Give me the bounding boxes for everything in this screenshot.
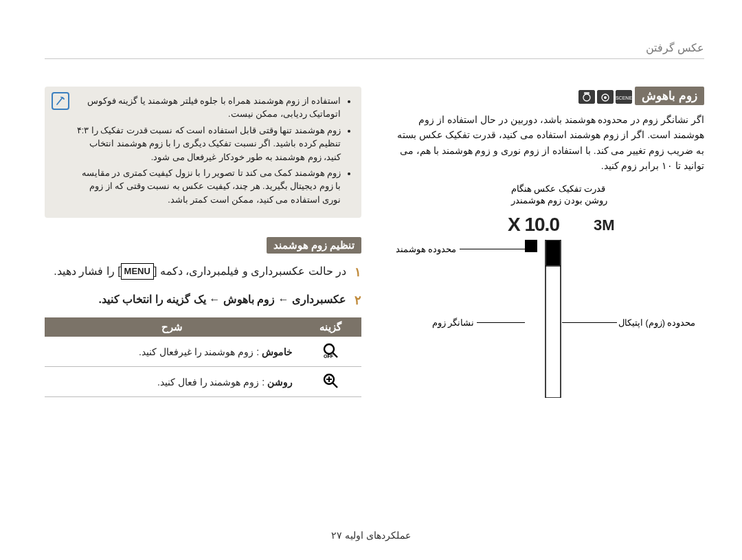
page-footer: عملکردهای اولیه ۲۷ [0, 530, 742, 541]
option-description: خاموش : زوم هوشمند را غیرفعال کنید. [45, 337, 300, 367]
table-row: روشن : زوم هوشمند را فعال کنید. [45, 367, 361, 397]
magnifier-on-icon [322, 372, 339, 389]
option-icon-cell: OFF [300, 337, 361, 367]
step-text: عکسبرداری ← زوم باهوش ← یک گزینه را انتخ… [99, 290, 346, 309]
mode-icon-scene: SCENE [616, 90, 632, 104]
column-right: زوم باهوش SCENE اگر نشانگر زوم در محدوده… [387, 87, 704, 412]
options-table: گزینه شرح OFF خاموش : زوم هوشمند را غیرف… [45, 317, 361, 397]
svg-line-13 [333, 352, 337, 357]
running-head-text: عکس گرفتن [646, 42, 704, 54]
mode-icon-camera [578, 90, 595, 104]
svg-text:OFF: OFF [324, 354, 334, 359]
leader-zoom-indicator [477, 322, 525, 323]
col-header-description: شرح [45, 317, 300, 337]
two-column-layout: زوم باهوش SCENE اگر نشانگر زوم در محدوده… [45, 87, 704, 412]
zoom-bar [525, 240, 562, 398]
svg-rect-2 [584, 92, 589, 94]
step-number: ۱ [346, 262, 361, 283]
mode-icons: SCENE [576, 90, 632, 104]
option-icon-cell [300, 367, 361, 397]
label-resolution: قدرت تفکیک عکس هنگام [511, 183, 704, 194]
steps-list: ۱ در حالت عکسبرداری و فیلمبرداری، دکمه [… [45, 262, 361, 311]
table-row: OFF خاموش : زوم هوشمند را غیرفعال کنید. [45, 337, 361, 367]
label-zoom-indicator: نشانگر زوم [432, 317, 474, 328]
svg-line-16 [333, 383, 337, 388]
step-number: ۲ [346, 290, 361, 311]
mode-icon-program [597, 90, 614, 104]
section-paragraph: اگر نشانگر زوم در محدوده هوشمند باشد، دو… [387, 112, 704, 174]
subsection-title: تنظیم زوم هوشمند [267, 237, 361, 254]
footer-text: عملکردهای اولیه ۲۷ [331, 530, 411, 541]
leader-smart-range [460, 249, 525, 249]
col-header-option: گزینه [300, 317, 361, 337]
note-item: زوم هوشمند کمک می کند تا تصویر را با نزو… [75, 167, 341, 207]
section-title: زوم باهوش [635, 87, 704, 105]
label-smart-range: محدوده هوشمند [396, 244, 456, 254]
svg-text:SCENE: SCENE [616, 96, 632, 100]
step-1: ۱ در حالت عکسبرداری و فیلمبرداری، دکمه [… [45, 262, 361, 283]
label-optical-range: محدوده (زوم) اپتیکال [618, 317, 695, 328]
note-box: استفاده از زوم هوشمند همراه با جلوه فیلت… [45, 87, 361, 218]
column-left: استفاده از زوم هوشمند همراه با جلوه فیلت… [45, 87, 361, 412]
running-head: عکس گرفتن [45, 41, 704, 59]
page: عکس گرفتن زوم باهوش SCENE اگر [0, 0, 742, 560]
label-smartzoom-on: روشن بودن زوم هوشمندر [511, 195, 704, 205]
step-2: ۲ عکسبرداری ← زوم باهوش ← یک گزینه را ان… [45, 290, 361, 311]
note-item: زوم هوشمند تنها وقتی قابل استفاده است که… [75, 124, 341, 164]
note-list: استفاده از زوم هوشمند همراه با جلوه فیلت… [75, 95, 350, 207]
svg-point-5 [604, 96, 607, 99]
note-item: استفاده از زوم هوشمند همراه با جلوه فیلت… [75, 95, 341, 122]
leader-optical-range [562, 322, 617, 323]
zoom-factor-text: X 10.0 [508, 214, 559, 236]
zoom-diagram: X 10.0 3M محدوده هوش [387, 212, 704, 412]
svg-point-12 [324, 344, 334, 354]
svg-rect-9 [546, 240, 560, 265]
label-stack: قدرت تفکیک عکس هنگام روشن بودن زوم هوشمن… [387, 183, 704, 205]
menu-button: MENU [121, 263, 154, 280]
section-header-row: زوم باهوش SCENE [387, 87, 704, 105]
magnifier-off-icon: OFF [322, 342, 339, 359]
svg-rect-10 [525, 240, 537, 252]
note-icon [52, 92, 69, 110]
resolution-size-text: 3M [594, 216, 615, 234]
option-description: روشن : زوم هوشمند را فعال کنید. [45, 367, 300, 397]
step-text: در حالت عکسبرداری و فیلمبرداری، دکمه [ME… [54, 262, 346, 280]
